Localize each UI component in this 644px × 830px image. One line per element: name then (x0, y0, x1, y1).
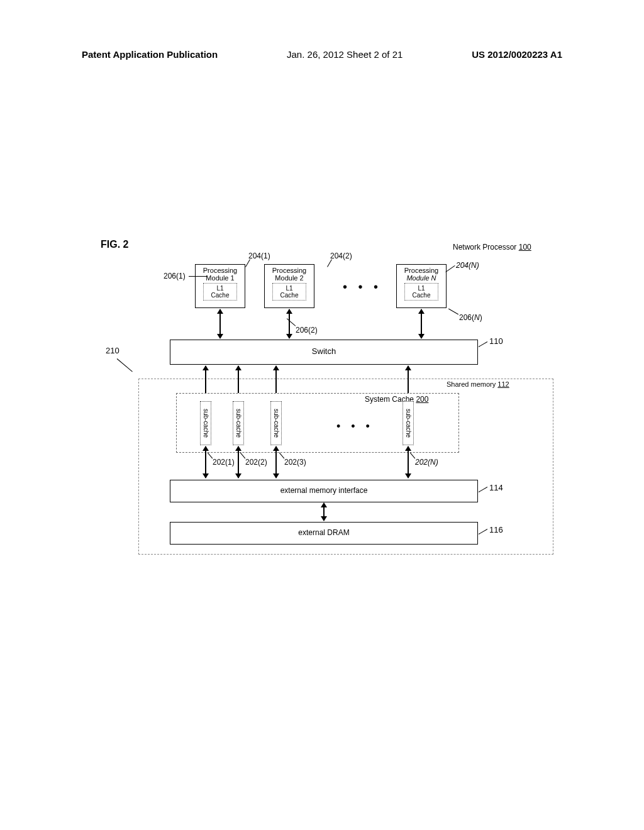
header-center: Jan. 26, 2012 Sheet 2 of 21 (287, 49, 402, 60)
ref-202-2: 202(2) (245, 458, 267, 467)
ref-210-leader (117, 358, 133, 372)
ref-206-1: 206(1) (164, 272, 186, 280)
arrow-sc2-emi (238, 446, 239, 478)
pmN-l1-cache: L1 Cache (404, 283, 438, 301)
arrow-sc3-emi (275, 446, 277, 478)
ref-110: 110 (489, 336, 503, 346)
subcache-2: sub-cache (233, 401, 244, 445)
ref-204-2: 204(2) (330, 252, 352, 260)
pm1-label-line1: Processing (196, 267, 245, 274)
page-header: Patent Application Publication Jan. 26, … (82, 49, 562, 60)
switch-box: Switch (170, 340, 478, 365)
ref-202-n: 202(N) (415, 458, 438, 467)
external-dram-box: external DRAM (170, 522, 478, 545)
header-right: US 2012/0020223 A1 (472, 49, 562, 60)
processing-module-n-box: Processing Module N L1 Cache (396, 264, 447, 308)
ref-114: 114 (489, 483, 503, 492)
processing-module-2-box: Processing Module 2 L1 Cache (264, 264, 314, 308)
arrow-pm1-switch (219, 309, 221, 338)
subcache-ellipsis: • • • (336, 420, 374, 433)
ref-204-1: 204(1) (248, 252, 270, 260)
shared-memory-label: Shared memory 112 (447, 380, 509, 388)
ref-204-n: 204(N) (456, 261, 479, 270)
ref-116: 116 (489, 525, 503, 534)
pmN-label-line1: Processing (397, 267, 446, 274)
pm-ellipsis: • • • (343, 280, 382, 294)
ref-202-3: 202(3) (284, 458, 306, 467)
pmN-label-line2: Module N (397, 274, 446, 282)
arrow-scN-emi (408, 446, 409, 478)
external-memory-interface-box: external memory interface (170, 480, 478, 502)
ref-210: 210 (106, 346, 119, 355)
subcache-n: sub-cache (402, 401, 414, 445)
figure-label: FIG. 2 (101, 239, 128, 250)
arrow-emi-dram (323, 503, 325, 521)
subcache-1: sub-cache (200, 401, 211, 445)
arrow-pmN-switch (421, 309, 422, 338)
system-cache-label: System Cache 200 (365, 395, 428, 404)
figure-2: FIG. 2 Network Processor 100 Processing … (88, 239, 566, 566)
pm2-label-line1: Processing (265, 267, 314, 274)
pm1-label-line2: Module 1 (196, 274, 245, 282)
ref-202-1: 202(1) (213, 458, 235, 467)
pm2-label-line2: Module 2 (265, 274, 314, 282)
arrow-pm2-switch (289, 309, 290, 338)
arrow-sc1-emi (205, 446, 206, 478)
pm1-l1-cache: L1 Cache (203, 283, 237, 301)
ref-206-2: 206(2) (296, 326, 318, 335)
pm2-l1-cache: L1 Cache (272, 283, 306, 301)
subcache-3: sub-cache (270, 401, 282, 445)
header-left: Patent Application Publication (82, 49, 218, 60)
processing-module-1-box: Processing Module 1 L1 Cache (195, 264, 245, 308)
ref-206-n: 206(N) (459, 313, 482, 322)
network-processor-label: Network Processor 100 (453, 243, 531, 252)
